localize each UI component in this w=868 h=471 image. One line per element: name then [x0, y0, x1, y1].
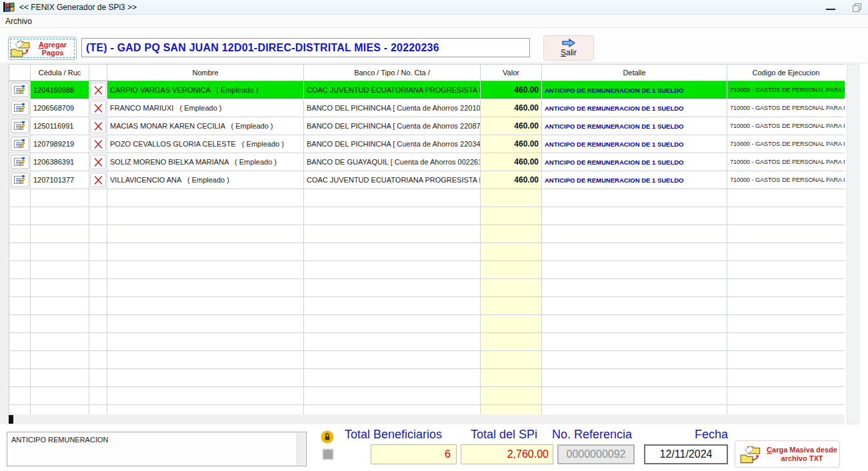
horizontal-scrollbar[interactable]: [9, 414, 845, 424]
edit-row-button[interactable]: [11, 83, 29, 97]
delete-x-icon: [94, 176, 103, 185]
valor-cell: [481, 351, 542, 369]
horizontal-scrollbar-thumb[interactable]: [9, 415, 13, 424]
cedula-cell: 1206568709: [31, 99, 89, 117]
table-row[interactable]: 1206568709 FRANCO MARIUXI ( Empleado ) B…: [9, 99, 845, 117]
empty-table-row[interactable]: [9, 297, 845, 315]
empty-table-row[interactable]: [9, 279, 845, 297]
detalle-cell: [542, 315, 727, 333]
cedula-cell: [31, 279, 89, 297]
empty-table-row[interactable]: [9, 351, 845, 369]
header-banco: Banco / Tipo / No. Cta /: [304, 65, 481, 81]
empty-table-row[interactable]: [9, 369, 845, 387]
codigo-cell: 710000 - GASTOS DE PERSONAL PARA INVERSI: [727, 153, 845, 171]
edit-row-button[interactable]: [11, 173, 29, 187]
codigo-cell: [727, 189, 845, 207]
edit-row-button[interactable]: [11, 155, 29, 169]
empty-table-row[interactable]: [9, 315, 845, 333]
cedula-cell: 1207989219: [31, 135, 89, 153]
header-detalle: Detalle: [542, 65, 727, 81]
banco-cell: [304, 207, 481, 225]
vertical-scrollbar[interactable]: [847, 64, 859, 424]
detalle-cell: [542, 207, 727, 225]
nombre-cell: CARPIO VARGAS VERONICA ( Empleado ): [107, 81, 304, 99]
empty-table-row[interactable]: [9, 405, 845, 414]
window-title: << FENIX Generador de SPi3 >>: [19, 3, 137, 12]
table-row[interactable]: 1207101377 VILLAVICENCIO ANA ( Empleado …: [9, 171, 845, 189]
table-row[interactable]: 1250116991 MACIAS MONAR KAREN CECILIA ( …: [9, 117, 845, 135]
banco-cell: [304, 297, 481, 315]
detalle-cell: [542, 279, 727, 297]
banco-cell: [304, 261, 481, 279]
header-delete-col: [89, 65, 107, 81]
comment-textarea[interactable]: ANTICIPO REMUNERACION: [7, 432, 307, 466]
agregar-pagos-button[interactable]: AgregarPagos: [8, 37, 77, 60]
empty-table-row[interactable]: [9, 333, 845, 351]
nombre-cell: [107, 261, 304, 279]
left-margin-strip: [0, 64, 9, 424]
cedula-cell: [31, 333, 89, 351]
detalle-cell: [542, 333, 727, 351]
referencia-field: 0000000092: [557, 444, 635, 464]
codigo-cell: [727, 369, 845, 387]
total-spi-field: 2,760.00: [461, 444, 553, 464]
menu-archivo[interactable]: Archivo: [0, 17, 37, 26]
detalle-cell: ANTICIPO DE REMUNERACION DE 1 SUELDO: [542, 99, 727, 117]
nombre-cell: [107, 351, 304, 369]
delete-row-button[interactable]: [90, 119, 106, 133]
edit-row-button[interactable]: [11, 101, 29, 115]
comment-text: ANTICIPO REMUNERACION: [11, 436, 294, 444]
edit-row-button[interactable]: [11, 119, 29, 133]
comment-scrollbar[interactable]: [297, 433, 305, 465]
table-row[interactable]: 1204160988 CARPIO VARGAS VERONICA ( Empl…: [9, 81, 845, 99]
empty-table-row[interactable]: [9, 189, 845, 207]
empty-table-row[interactable]: [9, 261, 845, 279]
folders-icon: [738, 444, 765, 465]
header-valor: Valor: [481, 65, 542, 81]
valor-cell: 460.00: [481, 153, 542, 171]
nombre-cell: FRANCO MARIUXI ( Empleado ): [107, 99, 304, 117]
fecha-field[interactable]: 12/11/2024: [644, 444, 728, 464]
table-row[interactable]: 1207989219 POZO CEVALLOS GLORIA CELESTE …: [9, 135, 845, 153]
detalle-cell: [542, 243, 727, 261]
folders-icon: [9, 39, 34, 59]
carga-masiva-button[interactable]: Carga Masiva desdearchivo TXT: [735, 440, 840, 468]
delete-row-button[interactable]: [90, 155, 106, 169]
banco-cell: [304, 333, 481, 351]
codigo-cell: [727, 261, 845, 279]
empty-table-row[interactable]: [9, 243, 845, 261]
edit-form-icon: [14, 121, 25, 131]
valor-cell: [481, 297, 542, 315]
nombre-cell: [107, 315, 304, 333]
restore-button[interactable]: [853, 3, 861, 12]
fecha-label: Fecha: [695, 428, 728, 442]
empty-table-row[interactable]: [9, 225, 845, 243]
total-beneficiarios-field: 6: [371, 444, 457, 464]
detalle-cell: [542, 225, 727, 243]
delete-row-button[interactable]: [90, 101, 106, 115]
minimize-button[interactable]: [826, 9, 835, 10]
edit-form-icon: [14, 175, 25, 185]
cedula-cell: [31, 189, 89, 207]
empty-table-row[interactable]: [9, 207, 845, 225]
title-bar: << FENIX Generador de SPi3 >>: [0, 0, 868, 15]
empty-table-row[interactable]: [9, 387, 845, 405]
referencia-label: No. Referencia: [552, 428, 632, 442]
valor-cell: 460.00: [481, 117, 542, 135]
delete-row-button[interactable]: [90, 173, 106, 187]
entity-title-field[interactable]: (TE) - GAD PQ SAN JUAN 12D01-DIREC-DISTR…: [81, 38, 530, 57]
edit-row-button[interactable]: [11, 137, 29, 151]
delete-row-button[interactable]: [90, 137, 106, 151]
detalle-cell: ANTICIPO DE REMUNERACION DE 1 SUELDO: [542, 135, 727, 153]
app-window: << FENIX Generador de SPi3 >> Archivo Ag…: [0, 0, 868, 471]
delete-x-icon: [94, 122, 103, 131]
banco-cell: [304, 315, 481, 333]
delete-row-button[interactable]: [90, 83, 106, 97]
codigo-cell: [727, 351, 845, 369]
valor-cell: [481, 279, 542, 297]
banco-cell: [304, 351, 481, 369]
app-windows-flag-icon: [3, 2, 15, 12]
codigo-cell: [727, 333, 845, 351]
table-row[interactable]: 1206386391 SOLIZ MORENO BIELKA MARIANA (…: [9, 153, 845, 171]
salir-button[interactable]: Salir: [543, 35, 594, 61]
